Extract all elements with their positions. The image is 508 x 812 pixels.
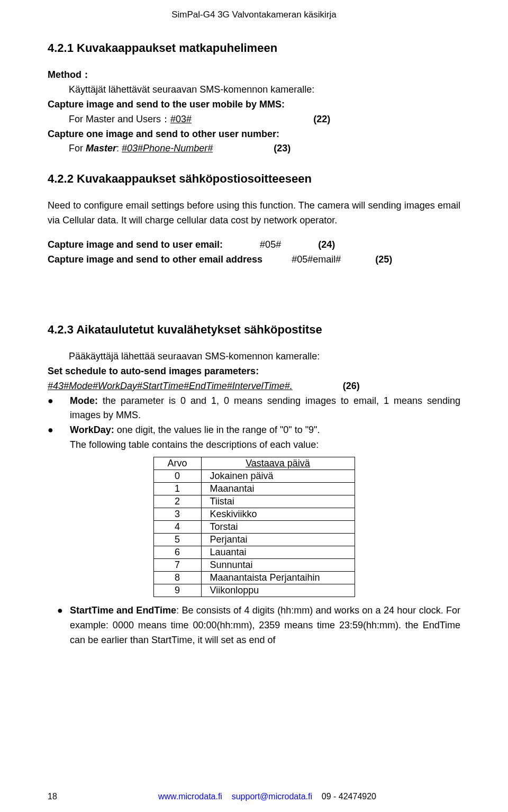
capture-email-num1: (24) [318, 239, 335, 250]
table-header-arvo: Arvo [153, 457, 201, 470]
section-421-title: 4.2.1 Kuvakaappaukset matkapuhelimeen [48, 41, 460, 55]
bullet-mode: ● Mode: the parameter is 0 and 1, 0 mean… [48, 394, 460, 423]
capture-email-num2: (25) [375, 254, 392, 265]
table-row: 2Tiistai [153, 495, 355, 508]
table-header-row: Arvo Vastaava päivä [153, 457, 355, 470]
capture2-master: Master [86, 143, 116, 154]
bullet-dot-icon: ● [48, 423, 70, 438]
section-423-title: 4.2.3 Aikataulutetut kuvalähetykset sähk… [48, 323, 460, 337]
section-422-title: 4.2.2 Kuvakaappaukset sähköpostiosoittee… [48, 172, 460, 186]
table-row: 0Jokainen päivä [153, 470, 355, 483]
mode-label: Mode: [70, 395, 98, 406]
section-423-intro: Pääkäyttäjä lähettää seuraavan SMS-komen… [69, 349, 460, 364]
capture2-command-row: For Master: #03#Phone-Number# (23) [69, 141, 460, 156]
bullet-workday: ● WorkDay: one digit, the values lie in … [48, 423, 460, 438]
capture-email-label2: Capture image and send to other email ad… [48, 254, 262, 265]
section-422-para: Need to configure email settings before … [48, 199, 460, 228]
table-row: 8Maanantaista Perjantaihin [153, 572, 355, 584]
running-header: SimPal-G4 3G Valvontakameran käsikirja [48, 0, 460, 41]
bullet-starttime: ● StartTime and EndTime: Be consists of … [57, 603, 460, 648]
table-row: 1Maanantai [153, 483, 355, 495]
capture1-cmd: #03# [170, 114, 192, 124]
table-caption: The following table contains the descrip… [70, 438, 460, 453]
method-label: Method： [48, 69, 91, 80]
table-header-paiva: Vastaava päivä [201, 457, 355, 470]
capture1-prefix: For Master and Users： [69, 114, 170, 124]
method-text: Käyttäjät lähettävät seuraavan SMS-komen… [69, 83, 460, 97]
capture2-num: (23) [274, 143, 291, 154]
table-row: 6Lauantai [153, 546, 355, 559]
set-schedule-cmd-row: #43#Mode#WorkDay#StartTime#EndTime#Inter… [48, 379, 460, 394]
starttime-label: StartTime and EndTime [70, 605, 176, 616]
table-row: 7Sunnuntai [153, 559, 355, 572]
capture-email-row1: Capture image and send to user email: #0… [48, 238, 460, 252]
set-schedule-num: (26) [343, 381, 360, 391]
capture-email-row2: Capture image and send to other email ad… [48, 252, 460, 267]
page-number: 18 [48, 792, 74, 801]
bullet-dot-icon: ● [48, 394, 70, 423]
workday-table: Arvo Vastaava päivä 0Jokainen päivä 1Maa… [153, 457, 355, 597]
capture1-num: (22) [313, 114, 330, 124]
capture-email-cmd1: #05# [260, 239, 281, 250]
capture-email-cmd2: #05#email# [292, 254, 341, 265]
capture-email-label1: Capture image and send to user email: [48, 239, 223, 250]
set-schedule-cmd: #43#Mode#WorkDay#StartTime#EndTime#Inter… [48, 381, 293, 391]
set-schedule-label: Set schedule to auto-send images paramet… [48, 364, 460, 379]
footer-email[interactable]: support@microdata.fi [232, 792, 312, 801]
table-row: 3Keskiviikko [153, 508, 355, 521]
footer-url[interactable]: www.microdata.fi [158, 792, 222, 801]
capture1-command-row: For Master and Users：#03# (22) [69, 112, 460, 127]
capture2-for: For [69, 143, 86, 154]
table-row: 4Torstai [153, 521, 355, 534]
mode-text: the parameter is 0 and 1, 0 means sendin… [70, 395, 460, 421]
capture1-label: Capture image and send to the user mobil… [48, 97, 460, 112]
workday-label: WorkDay: [70, 425, 114, 435]
table-row: 5Perjantai [153, 534, 355, 546]
capture2-colon: : [116, 143, 122, 154]
footer-links: www.microdata.fi support@microdata.fi 09… [74, 792, 460, 801]
footer-phone: 09 - 42474920 [322, 792, 376, 801]
table-row: 9Viikonloppu [153, 584, 355, 597]
capture2-label: Capture one image and send to other user… [48, 127, 460, 142]
bullet-dot-icon: ● [57, 603, 70, 648]
capture2-cmd: #03#Phone-Number# [122, 143, 213, 154]
page-footer: 18 www.microdata.fi support@microdata.fi… [0, 792, 508, 801]
workday-text: one digit, the values lie in the range o… [114, 425, 320, 435]
